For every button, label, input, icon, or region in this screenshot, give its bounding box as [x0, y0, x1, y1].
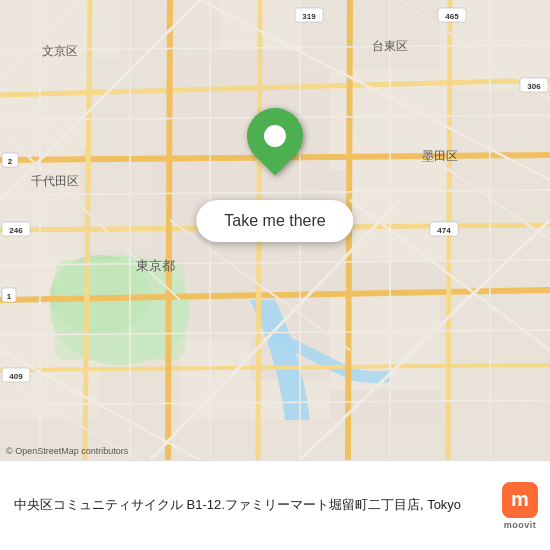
moovit-text: moovit: [504, 520, 537, 530]
svg-text:474: 474: [437, 226, 451, 235]
location-name: 中央区コミュニティサイクル B1-12.ファミリーマート堀留町二丁目店, Tok…: [14, 496, 476, 514]
svg-text:文京区: 文京区: [42, 44, 78, 58]
svg-text:2: 2: [8, 157, 13, 166]
svg-rect-12: [350, 170, 450, 260]
map-container: 319 465 306 246 474 409 2 1 文京区 台: [0, 0, 550, 460]
bottom-panel: 中央区コミュニティサイクル B1-12.ファミリーマート堀留町二丁目店, Tok…: [0, 460, 550, 550]
moovit-logo: m moovit: [502, 482, 538, 530]
svg-text:465: 465: [445, 12, 459, 21]
svg-text:306: 306: [527, 82, 541, 91]
svg-text:千代田区: 千代田区: [31, 174, 79, 188]
app: 319 465 306 246 474 409 2 1 文京区 台: [0, 0, 550, 550]
svg-text:東京都: 東京都: [136, 258, 175, 273]
map-marker: [247, 108, 303, 164]
svg-text:台東区: 台東区: [372, 39, 408, 53]
svg-text:1: 1: [7, 292, 12, 301]
svg-line-30: [168, 0, 170, 460]
marker-dot: [264, 125, 286, 147]
svg-text:246: 246: [9, 226, 23, 235]
moovit-letter: m: [511, 488, 529, 511]
svg-text:墨田区: 墨田区: [422, 149, 458, 163]
svg-rect-18: [440, 320, 550, 420]
svg-rect-9: [450, 90, 550, 200]
osm-attribution: © OpenStreetMap contributors: [6, 446, 128, 456]
marker-pin: [235, 96, 314, 175]
svg-rect-16: [180, 340, 250, 420]
svg-text:319: 319: [302, 12, 316, 21]
location-info: 中央区コミュニティサイクル B1-12.ファミリーマート堀留町二丁目店, Tok…: [14, 496, 536, 514]
svg-text:409: 409: [9, 372, 23, 381]
moovit-icon: m: [502, 482, 538, 518]
take-me-there-button[interactable]: Take me there: [196, 200, 353, 242]
